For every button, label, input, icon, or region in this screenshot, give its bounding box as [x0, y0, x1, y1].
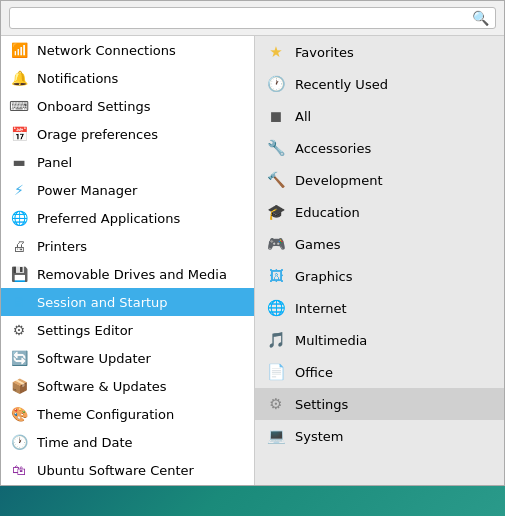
- left-menu-item-onboard[interactable]: ⌨Onboard Settings: [1, 92, 254, 120]
- search-input[interactable]: [16, 11, 472, 26]
- search-icon[interactable]: 🔍: [472, 10, 489, 26]
- left-menu-item-software-up[interactable]: 🔄Software Updater: [1, 344, 254, 372]
- settings-right-icon: ⚙: [265, 393, 287, 415]
- content-area: 📶Network Connections🔔Notifications⌨Onboa…: [1, 36, 504, 485]
- panel-label: Panel: [37, 155, 72, 170]
- session-icon: 🖥: [9, 292, 29, 312]
- removable-label: Removable Drives and Media: [37, 267, 227, 282]
- right-menu-item-settings[interactable]: ⚙Settings: [255, 388, 504, 420]
- development-right-icon: 🔨: [265, 169, 287, 191]
- all-right-label: All: [295, 109, 311, 124]
- power-label: Power Manager: [37, 183, 137, 198]
- software-up-label: Software Updater: [37, 351, 151, 366]
- internet-right-label: Internet: [295, 301, 347, 316]
- right-menu-item-development[interactable]: 🔨Development: [255, 164, 504, 196]
- left-menu-item-session[interactable]: 🖥Session and Startup: [1, 288, 254, 316]
- right-menu-item-system[interactable]: 💻System: [255, 420, 504, 452]
- left-menu-item-preferred[interactable]: 🌐Preferred Applications: [1, 204, 254, 232]
- preferred-icon: 🌐: [9, 208, 29, 228]
- left-menu-item-power[interactable]: ⚡Power Manager: [1, 176, 254, 204]
- right-menu-item-favorites[interactable]: ★Favorites: [255, 36, 504, 68]
- settings-ed-label: Settings Editor: [37, 323, 133, 338]
- favorites-right-label: Favorites: [295, 45, 354, 60]
- search-wrapper[interactable]: 🔍: [9, 7, 496, 29]
- right-menu-item-internet[interactable]: 🌐Internet: [255, 292, 504, 324]
- left-menu-item-removable[interactable]: 💾Removable Drives and Media: [1, 260, 254, 288]
- menu-popup: 🔍 📶Network Connections🔔Notifications⌨Onb…: [0, 0, 505, 486]
- left-menu-item-panel[interactable]: ▬Panel: [1, 148, 254, 176]
- theme-label: Theme Configuration: [37, 407, 174, 422]
- multimedia-right-icon: 🎵: [265, 329, 287, 351]
- left-menu-item-ubuntu[interactable]: 🛍Ubuntu Software Center: [1, 456, 254, 484]
- search-bar: 🔍: [1, 1, 504, 36]
- office-right-icon: 📄: [265, 361, 287, 383]
- left-menu-item-software-up2[interactable]: 📦Software & Updates: [1, 372, 254, 400]
- removable-icon: 💾: [9, 264, 29, 284]
- right-menu-item-recently-used[interactable]: 🕐Recently Used: [255, 68, 504, 100]
- accessories-right-icon: 🔧: [265, 137, 287, 159]
- time-label: Time and Date: [37, 435, 133, 450]
- graphics-right-label: Graphics: [295, 269, 352, 284]
- software-up-icon: 🔄: [9, 348, 29, 368]
- time-icon: 🕐: [9, 432, 29, 452]
- session-label: Session and Startup: [37, 295, 168, 310]
- graphics-right-icon: 🖼: [265, 265, 287, 287]
- notifications-icon: 🔔: [9, 68, 29, 88]
- games-right-label: Games: [295, 237, 340, 252]
- education-right-label: Education: [295, 205, 360, 220]
- settings-ed-icon: ⚙: [9, 320, 29, 340]
- settings-right-label: Settings: [295, 397, 348, 412]
- right-menu-item-education[interactable]: 🎓Education: [255, 196, 504, 228]
- games-right-icon: 🎮: [265, 233, 287, 255]
- left-menu-item-time[interactable]: 🕐Time and Date: [1, 428, 254, 456]
- left-menu-item-network[interactable]: 📶Network Connections: [1, 36, 254, 64]
- theme-icon: 🎨: [9, 404, 29, 424]
- favorites-right-icon: ★: [265, 41, 287, 63]
- right-menu-item-accessories[interactable]: 🔧Accessories: [255, 132, 504, 164]
- left-menu-item-notifications[interactable]: 🔔Notifications: [1, 64, 254, 92]
- all-right-icon: ◼: [265, 105, 287, 127]
- right-menu-item-all[interactable]: ◼All: [255, 100, 504, 132]
- ubuntu-icon: 🛍: [9, 460, 29, 480]
- network-icon: 📶: [9, 40, 29, 60]
- power-icon: ⚡: [9, 180, 29, 200]
- ubuntu-label: Ubuntu Software Center: [37, 463, 194, 478]
- orage-icon: 📅: [9, 124, 29, 144]
- right-menu-item-games[interactable]: 🎮Games: [255, 228, 504, 260]
- panel-icon: ▬: [9, 152, 29, 172]
- left-menu-item-settings-ed[interactable]: ⚙Settings Editor: [1, 316, 254, 344]
- system-right-icon: 💻: [265, 425, 287, 447]
- printers-label: Printers: [37, 239, 87, 254]
- recently-used-right-icon: 🕐: [265, 73, 287, 95]
- accessories-right-label: Accessories: [295, 141, 371, 156]
- internet-right-icon: 🌐: [265, 297, 287, 319]
- software-up2-icon: 📦: [9, 376, 29, 396]
- printers-icon: 🖨: [9, 236, 29, 256]
- orage-label: Orage preferences: [37, 127, 158, 142]
- office-right-label: Office: [295, 365, 333, 380]
- onboard-label: Onboard Settings: [37, 99, 150, 114]
- network-label: Network Connections: [37, 43, 176, 58]
- left-menu-item-printers[interactable]: 🖨Printers: [1, 232, 254, 260]
- system-right-label: System: [295, 429, 343, 444]
- onboard-icon: ⌨: [9, 96, 29, 116]
- notifications-label: Notifications: [37, 71, 118, 86]
- preferred-label: Preferred Applications: [37, 211, 180, 226]
- left-panel: 📶Network Connections🔔Notifications⌨Onboa…: [1, 36, 255, 485]
- right-menu-item-office[interactable]: 📄Office: [255, 356, 504, 388]
- right-panel: ★Favorites🕐Recently Used◼All🔧Accessories…: [255, 36, 504, 485]
- development-right-label: Development: [295, 173, 383, 188]
- recently-used-right-label: Recently Used: [295, 77, 388, 92]
- multimedia-right-label: Multimedia: [295, 333, 367, 348]
- left-menu-item-orage[interactable]: 📅Orage preferences: [1, 120, 254, 148]
- software-up2-label: Software & Updates: [37, 379, 167, 394]
- right-menu-item-graphics[interactable]: 🖼Graphics: [255, 260, 504, 292]
- education-right-icon: 🎓: [265, 201, 287, 223]
- right-menu-item-multimedia[interactable]: 🎵Multimedia: [255, 324, 504, 356]
- left-menu-item-theme[interactable]: 🎨Theme Configuration: [1, 400, 254, 428]
